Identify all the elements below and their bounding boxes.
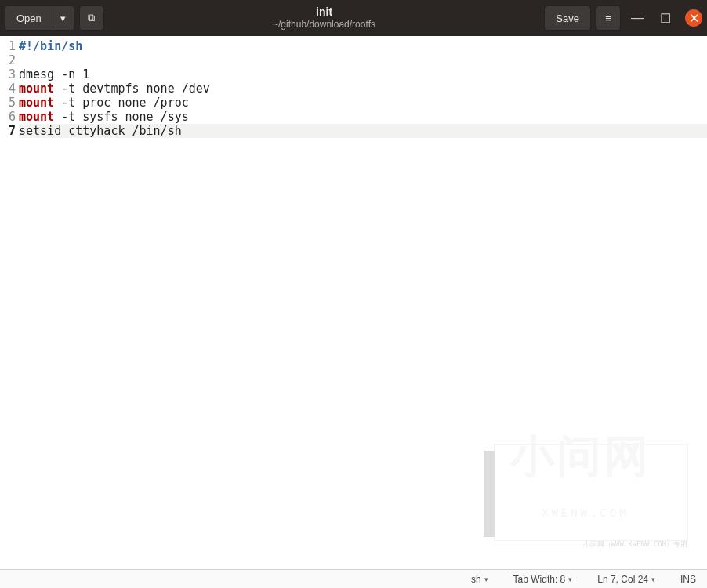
save-button[interactable]: Save bbox=[544, 5, 591, 31]
insert-mode-indicator[interactable]: INS bbox=[668, 574, 699, 585]
insert-mode-label: INS bbox=[680, 574, 696, 585]
token-cmd: mount bbox=[19, 110, 54, 124]
tab-width-selector[interactable]: Tab Width: 8 ▾ bbox=[501, 574, 586, 585]
code-line[interactable]: #!/bin/sh bbox=[19, 39, 707, 53]
token-cmd: mount bbox=[19, 96, 54, 110]
line-number: 2 bbox=[0, 53, 16, 67]
code-line[interactable]: mount -t proc none /proc bbox=[19, 96, 707, 110]
new-tab-button[interactable]: ⧉ bbox=[79, 5, 104, 31]
file-path: ~/github/download/rootfs bbox=[104, 19, 545, 30]
token-plain: -t devtmpfs none /dev bbox=[54, 82, 210, 96]
open-button[interactable]: Open bbox=[5, 5, 53, 31]
cursor-position-label: Ln 7, Col 24 bbox=[597, 574, 648, 585]
line-number: 5 bbox=[0, 96, 16, 110]
code-line[interactable]: mount -t sysfs none /sys bbox=[19, 110, 707, 124]
chevron-down-icon: ▾ bbox=[60, 13, 66, 24]
token-plain: -t proc none /proc bbox=[54, 96, 189, 110]
minimize-icon: — bbox=[631, 11, 644, 25]
close-icon: ✕ bbox=[689, 11, 699, 26]
maximize-icon: ☐ bbox=[660, 11, 671, 26]
code-line[interactable]: mount -t devtmpfs none /dev bbox=[19, 82, 707, 96]
line-number: 4 bbox=[0, 82, 16, 96]
window-title: init ~/github/download/rootfs bbox=[104, 5, 545, 30]
token-plain: dmesg -n 1 bbox=[19, 67, 89, 82]
code-line[interactable] bbox=[19, 53, 707, 67]
language-label: sh bbox=[471, 574, 481, 585]
tab-width-label: Tab Width: 8 bbox=[513, 574, 566, 585]
line-number: 1 bbox=[0, 39, 16, 53]
language-selector[interactable]: sh ▾ bbox=[459, 574, 501, 585]
token-cmd: mount bbox=[19, 82, 54, 96]
editor-area[interactable]: 1234567 #!/bin/shdmesg -n 1mount -t devt… bbox=[0, 36, 707, 569]
hamburger-menu-button[interactable]: ≡ bbox=[596, 5, 621, 31]
titlebar: Open ▾ ⧉ init ~/github/download/rootfs S… bbox=[0, 0, 707, 36]
file-name: init bbox=[104, 5, 545, 19]
cursor-position-selector[interactable]: Ln 7, Col 24 ▾ bbox=[585, 574, 668, 585]
token-plain: setsid cttyhack /bin/sh bbox=[19, 124, 182, 138]
line-number: 7 bbox=[0, 124, 16, 138]
token-shebang: #!/bin/sh bbox=[19, 39, 82, 53]
code-line[interactable]: dmesg -n 1 bbox=[19, 67, 707, 82]
line-number-gutter: 1234567 bbox=[0, 39, 19, 569]
code-line[interactable]: setsid cttyhack /bin/sh bbox=[19, 124, 707, 138]
line-number: 6 bbox=[0, 110, 16, 124]
token-plain: -t sysfs none /sys bbox=[54, 110, 189, 124]
statusbar: sh ▾ Tab Width: 8 ▾ Ln 7, Col 24 ▾ INS bbox=[0, 569, 707, 588]
close-button[interactable]: ✕ bbox=[685, 9, 702, 27]
maximize-button[interactable]: ☐ bbox=[657, 9, 674, 27]
new-document-icon: ⧉ bbox=[88, 12, 95, 24]
minimize-button[interactable]: — bbox=[629, 9, 646, 27]
window-controls: — ☐ ✕ bbox=[629, 9, 702, 27]
open-recent-dropdown[interactable]: ▾ bbox=[53, 5, 74, 31]
chevron-down-icon: ▾ bbox=[651, 575, 655, 583]
menu-icon: ≡ bbox=[605, 13, 611, 24]
chevron-down-icon: ▾ bbox=[568, 575, 572, 583]
chevron-down-icon: ▾ bbox=[484, 575, 488, 583]
code-content[interactable]: #!/bin/shdmesg -n 1mount -t devtmpfs non… bbox=[19, 39, 707, 569]
line-number: 3 bbox=[0, 67, 16, 82]
